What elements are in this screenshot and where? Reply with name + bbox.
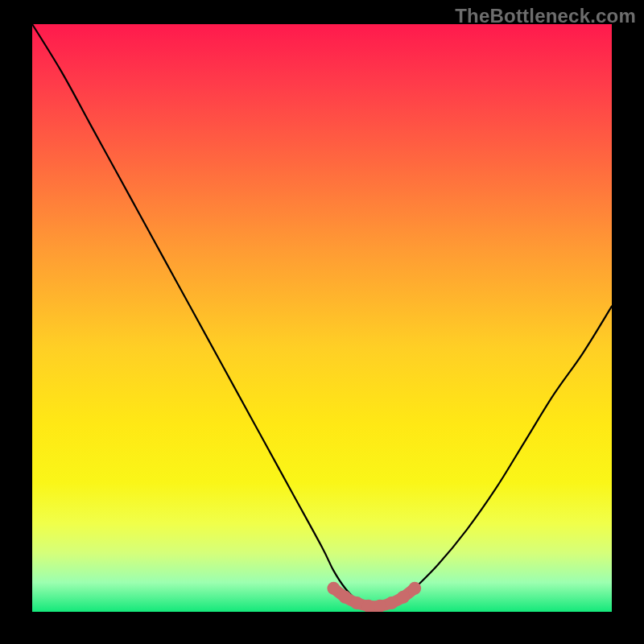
valley-dot xyxy=(408,582,421,595)
valley-dot xyxy=(397,591,410,604)
plot-area xyxy=(32,24,612,612)
valley-dot xyxy=(339,591,352,604)
chart-svg xyxy=(32,24,612,612)
watermark-text: TheBottleneck.com xyxy=(455,5,636,27)
chart-frame: TheBottleneck.com xyxy=(0,0,644,644)
bottleneck-valley-dots xyxy=(327,582,421,612)
valley-dot xyxy=(374,600,386,612)
valley-dot xyxy=(385,597,398,609)
bottleneck-curve xyxy=(32,24,612,606)
valley-dot xyxy=(327,582,340,595)
valley-dot xyxy=(350,597,363,609)
valley-dot xyxy=(362,600,375,612)
